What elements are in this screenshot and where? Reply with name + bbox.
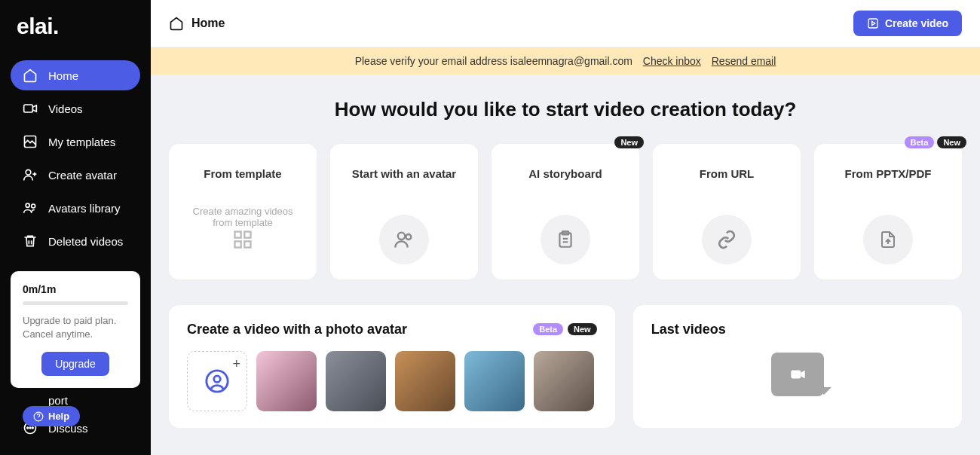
create-video-label: Create video — [885, 17, 948, 29]
users-icon — [23, 200, 38, 215]
usage-card: 0m/1m Upgrade to paid plan. Cancel anyti… — [11, 271, 140, 388]
video-placeholder-icon — [771, 353, 824, 396]
banner-text: Please verify your email address isaleem… — [355, 55, 632, 67]
badge-new: New — [614, 136, 644, 148]
nav-deleted[interactable]: Deleted videos — [11, 226, 140, 256]
badge-new: New — [568, 323, 597, 335]
people-icon — [379, 215, 429, 264]
usage-text: Upgrade to paid plan. Cancel anytime. — [23, 314, 128, 341]
user-plus-icon — [23, 167, 38, 182]
logo: elai. — [11, 14, 140, 39]
clipboard-icon — [541, 215, 590, 264]
card-ai-storyboard[interactable]: New AI storyboard — [492, 144, 639, 279]
lower-panels: Create a video with a photo avatar Beta … — [169, 305, 962, 428]
avatar-option-3[interactable] — [395, 351, 455, 411]
nav-home[interactable]: Home — [11, 60, 140, 90]
avatar-option-4[interactable] — [464, 351, 525, 411]
svg-point-4 — [32, 204, 35, 208]
add-avatar-button[interactable]: + — [187, 351, 247, 411]
nav-deleted-label: Deleted videos — [48, 235, 123, 248]
sidebar: elai. Home Videos My templates Create av… — [0, 0, 151, 455]
card-start-avatar[interactable]: Start with an avatar — [330, 144, 478, 279]
svg-point-3 — [26, 203, 29, 207]
help-label: Help — [48, 411, 69, 422]
usage-counter: 0m/1m — [23, 283, 128, 295]
badge-new: New — [937, 136, 966, 148]
help-button[interactable]: Help — [23, 406, 80, 426]
avatar-option-2[interactable] — [326, 351, 386, 411]
last-videos-panel: Last videos — [633, 305, 962, 428]
svg-point-16 — [406, 234, 411, 240]
breadcrumb: Home — [169, 16, 225, 31]
help-icon — [33, 411, 44, 422]
badge-beta: Beta — [533, 323, 563, 335]
svg-rect-10 — [868, 19, 877, 28]
svg-rect-11 — [235, 231, 241, 237]
home-icon — [23, 68, 38, 83]
nav-templates[interactable]: My templates — [11, 127, 140, 157]
usage-bar — [23, 301, 128, 305]
verify-banner: Please verify your email address isaleem… — [151, 47, 980, 75]
home-icon — [169, 16, 184, 31]
svg-point-7 — [27, 428, 29, 429]
create-video-button[interactable]: Create video — [853, 11, 962, 36]
upgrade-button[interactable]: Upgrade — [41, 352, 109, 376]
svg-point-2 — [26, 169, 31, 175]
avatar-option-5[interactable] — [534, 351, 594, 411]
main: Home Create video Please verify your ema… — [151, 0, 980, 455]
photo-panel-title: Create a video with a photo avatar — [187, 322, 407, 337]
svg-point-20 — [214, 376, 221, 383]
page-title: Home — [191, 17, 225, 30]
video-icon — [23, 101, 38, 116]
last-videos-title: Last videos — [651, 322, 944, 337]
nav-create-avatar-label: Create avatar — [48, 169, 117, 182]
svg-rect-12 — [244, 231, 250, 237]
svg-rect-21 — [791, 370, 801, 378]
badge-beta: Beta — [905, 136, 935, 148]
user-circle-icon — [204, 368, 230, 394]
play-add-icon — [867, 17, 879, 29]
check-inbox-link[interactable]: Check inbox — [643, 55, 701, 67]
svg-rect-13 — [235, 241, 241, 247]
avatar-list: + — [187, 351, 597, 411]
card-from-url[interactable]: From URL — [653, 144, 801, 279]
camera-icon — [788, 365, 807, 384]
svg-point-15 — [398, 232, 405, 239]
nav-create-avatar[interactable]: Create avatar — [11, 160, 140, 190]
svg-point-9 — [32, 428, 34, 429]
nav-videos-label: Videos — [48, 102, 83, 115]
photo-avatar-panel: Create a video with a photo avatar Beta … — [169, 305, 615, 428]
avatar-option-1[interactable] — [256, 351, 317, 411]
card-from-pptx-pdf[interactable]: Beta New From PPTX/PDF — [814, 144, 962, 279]
nav-home-label: Home — [48, 69, 78, 82]
trash-icon — [23, 234, 38, 249]
nav-videos[interactable]: Videos — [11, 93, 140, 124]
content: How would you like to start video creati… — [151, 75, 980, 450]
nav-avatars-library[interactable]: Avatars library — [11, 193, 140, 223]
file-upload-icon — [863, 215, 913, 264]
image-icon — [23, 134, 38, 149]
nav: Home Videos My templates Create avatar A… — [11, 60, 140, 256]
topbar: Home Create video — [151, 0, 980, 47]
plus-icon: + — [232, 356, 240, 372]
svg-rect-14 — [244, 241, 250, 247]
nav-avatars-library-label: Avatars library — [48, 202, 121, 215]
link-icon — [702, 215, 752, 264]
resend-email-link[interactable]: Resend email — [712, 55, 776, 67]
headline: How would you like to start video creati… — [169, 97, 962, 123]
card-from-template[interactable]: From template Create amazing videos from… — [169, 144, 317, 279]
svg-rect-0 — [24, 105, 33, 112]
svg-point-8 — [29, 428, 31, 429]
creation-cards: From template Create amazing videos from… — [169, 144, 962, 279]
nav-templates-label: My templates — [48, 136, 115, 148]
